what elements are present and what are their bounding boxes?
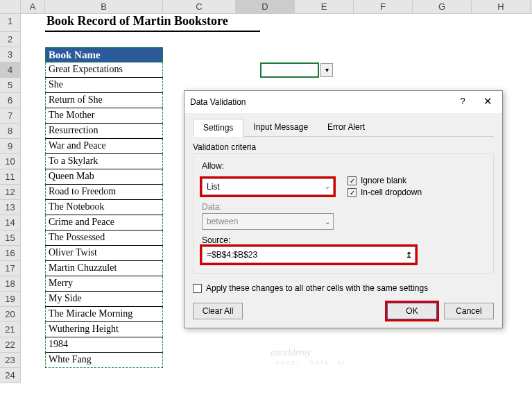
clear-all-button[interactable]: Clear All [193, 303, 243, 319]
col-header-E[interactable]: E [295, 0, 354, 13]
data-label: Data: [202, 202, 485, 212]
chevron-down-icon: ⌄ [325, 218, 330, 226]
ignore-blank-label: Ignore blank [361, 176, 406, 185]
select-all-corner[interactable] [0, 0, 21, 13]
allow-label: Allow: [202, 161, 485, 171]
row-header-18[interactable]: 18 [0, 276, 21, 292]
table-row[interactable]: She [45, 78, 163, 93]
table-row[interactable]: Oliver Twist [45, 246, 163, 261]
table-row[interactable]: Great Expectations [45, 62, 163, 78]
tab-settings[interactable]: Settings [193, 119, 243, 137]
dialog-titlebar[interactable]: Data Validation ? ✕ [185, 91, 502, 113]
table-row[interactable]: Queen Mab [45, 169, 163, 185]
allow-value: List [207, 182, 220, 192]
source-value: =$B$4:$B$23 [207, 250, 257, 260]
table-row[interactable]: Wuthering Height [45, 322, 163, 337]
table-row[interactable]: Resurrection [45, 124, 163, 139]
apply-changes-checkbox[interactable]: Apply these changes to all other cells w… [193, 283, 494, 293]
row-header-6[interactable]: 6 [0, 93, 21, 108]
in-cell-dropdown-label: In-cell dropdown [361, 187, 422, 197]
data-value: between [207, 217, 238, 226]
table-row[interactable]: Merry [45, 276, 163, 292]
row-header-5[interactable]: 5 [0, 78, 21, 93]
cancel-button[interactable]: Cancel [444, 303, 494, 319]
watermark-sub: EXCEL · DATA · BI [276, 360, 346, 366]
row-header-12[interactable]: 12 [0, 185, 21, 200]
table-row[interactable]: War and Peace [45, 139, 163, 154]
close-button[interactable]: ✕ [479, 95, 497, 109]
row-header-1[interactable]: 1 [0, 14, 21, 32]
row-header-3[interactable]: 3 [0, 47, 21, 62]
range-selector-icon[interactable]: ↥ [406, 251, 412, 260]
page-title: Book Record of Martin Bookstore [45, 14, 260, 32]
row-header-2[interactable]: 2 [0, 32, 21, 47]
dialog-title: Data Validation [190, 97, 246, 107]
tab-strip: Settings Input Message Error Alert [193, 119, 494, 137]
source-input[interactable]: =$B$4:$B$23 ↥ [202, 246, 415, 263]
row-header-19[interactable]: 19 [0, 292, 21, 307]
row-header-24[interactable]: 24 [0, 368, 21, 383]
row-header-14[interactable]: 14 [0, 215, 21, 231]
row-header-4[interactable]: 4 [0, 62, 21, 78]
column-header-row: A B C D E F G H [0, 0, 532, 14]
row-header-22[interactable]: 22 [0, 337, 21, 353]
ignore-blank-checkbox[interactable]: ✓ Ignore blank [347, 176, 422, 185]
criteria-group: Allow: List ⌄ ✓ Ignore blank ✓ In-cell d… [193, 153, 494, 274]
cell-dropdown-icon[interactable]: ▾ [320, 63, 333, 77]
checkbox-checked-icon: ✓ [347, 176, 357, 185]
data-validation-dialog: Data Validation ? ✕ Settings Input Messa… [184, 90, 503, 328]
table-row[interactable]: To a Skylark [45, 154, 163, 169]
apply-changes-label: Apply these changes to all other cells w… [206, 283, 428, 293]
row-header-20[interactable]: 20 [0, 307, 21, 322]
table-header-book-name[interactable]: Book Name [45, 47, 163, 62]
row-header-17[interactable]: 17 [0, 261, 21, 276]
table-row[interactable]: The Notebook [45, 200, 163, 215]
row-header-7[interactable]: 7 [0, 108, 21, 124]
data-dropdown: between ⌄ [202, 213, 334, 230]
watermark: exceldemy [271, 347, 311, 358]
col-header-B[interactable]: B [45, 0, 163, 13]
chevron-down-icon: ⌄ [325, 183, 330, 190]
row-header-8[interactable]: 8 [0, 124, 21, 139]
source-label: Source: [202, 235, 485, 245]
table-row[interactable]: 1984 [45, 337, 163, 353]
col-header-F[interactable]: F [354, 0, 413, 13]
row-header-21[interactable]: 21 [0, 322, 21, 337]
row-header-23[interactable]: 23 [0, 353, 21, 368]
in-cell-dropdown-checkbox[interactable]: ✓ In-cell dropdown [347, 187, 422, 197]
checkbox-unchecked-icon [193, 284, 202, 293]
table-row[interactable]: Return of She [45, 93, 163, 108]
tab-input-message[interactable]: Input Message [243, 119, 318, 136]
col-header-G[interactable]: G [413, 0, 472, 13]
table-row[interactable]: Martin Chuzzulet [45, 261, 163, 276]
checkbox-checked-icon: ✓ [347, 188, 357, 197]
row-header-9[interactable]: 9 [0, 139, 21, 154]
help-button[interactable]: ? [454, 95, 472, 109]
validation-criteria-label: Validation criteria [193, 142, 494, 152]
table-row[interactable]: The Possessed [45, 231, 163, 246]
row-header-10[interactable]: 10 [0, 154, 21, 169]
table-row[interactable]: Whte Fang [45, 353, 163, 368]
col-header-H[interactable]: H [472, 0, 531, 13]
col-header-C[interactable]: C [163, 0, 236, 13]
row-header-11[interactable]: 11 [0, 169, 21, 185]
row-header-column: 1 2 3 4 5 6 7 8 9 10 11 12 13 14 15 16 1… [0, 14, 21, 383]
table-row[interactable]: Road to Freedom [45, 185, 163, 200]
selected-cell-D4[interactable] [260, 62, 319, 78]
tab-error-alert[interactable]: Error Alert [318, 119, 375, 136]
ok-button[interactable]: OK [387, 303, 437, 319]
table-row[interactable]: Crime and Peace [45, 215, 163, 231]
row-header-13[interactable]: 13 [0, 200, 21, 215]
allow-dropdown[interactable]: List ⌄ [202, 178, 334, 195]
table-row[interactable]: The Miracle Morning [45, 307, 163, 322]
row-header-15[interactable]: 15 [0, 231, 21, 246]
row-header-16[interactable]: 16 [0, 246, 21, 261]
table-row[interactable]: My Side [45, 292, 163, 307]
table-row[interactable]: The Mother [45, 108, 163, 124]
col-header-D[interactable]: D [236, 0, 295, 13]
col-header-A[interactable]: A [21, 0, 45, 13]
